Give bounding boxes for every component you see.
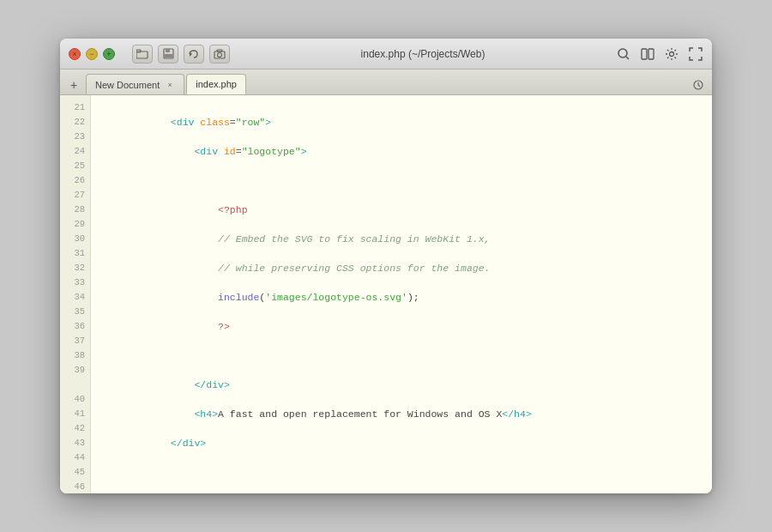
tab-bar: + New Document × index.php xyxy=(60,70,712,95)
window-title: index.php (~/Projects/Web) xyxy=(230,48,616,60)
tab-close-new-document[interactable]: × xyxy=(165,80,175,90)
tab-new-document[interactable]: New Document × xyxy=(86,74,184,94)
window-controls: × − + xyxy=(69,48,115,60)
tab-label: New Document xyxy=(95,80,160,90)
svg-rect-12 xyxy=(648,49,654,59)
minimize-button[interactable]: − xyxy=(86,48,98,60)
main-window: × − + index.php (~/Projects/Web) xyxy=(60,39,712,493)
code-lines[interactable]: <div class="row"> <div id="logotype"> <?… xyxy=(91,95,712,493)
split-icon[interactable] xyxy=(640,46,655,62)
code-editor[interactable]: 21 22 23 24 25 26 27 28 29 30 31 32 33 3… xyxy=(60,95,712,493)
tab-label: index.php xyxy=(196,79,237,89)
camera-icon[interactable] xyxy=(209,45,230,63)
tab-history-button[interactable] xyxy=(690,76,707,94)
close-button[interactable]: × xyxy=(69,48,81,60)
title-actions xyxy=(616,46,703,62)
toolbar xyxy=(132,45,230,63)
svg-line-10 xyxy=(626,57,629,59)
undo-icon[interactable] xyxy=(184,45,204,63)
maximize-button[interactable]: + xyxy=(103,48,115,60)
open-folder-icon[interactable] xyxy=(132,45,153,63)
settings-icon[interactable] xyxy=(664,46,679,62)
svg-point-7 xyxy=(218,52,222,57)
title-bar: × − + index.php (~/Projects/Web) xyxy=(60,39,712,70)
svg-point-13 xyxy=(670,51,674,56)
svg-marker-5 xyxy=(190,51,192,57)
svg-rect-4 xyxy=(165,54,172,57)
svg-point-9 xyxy=(618,49,627,57)
save-icon[interactable] xyxy=(158,45,178,63)
add-tab-button[interactable]: + xyxy=(65,76,82,94)
tab-index-php[interactable]: index.php xyxy=(186,74,246,94)
svg-rect-8 xyxy=(217,50,222,51)
search-icon[interactable] xyxy=(616,46,631,62)
line-numbers: 21 22 23 24 25 26 27 28 29 30 31 32 33 3… xyxy=(60,95,91,493)
svg-rect-3 xyxy=(166,49,170,52)
svg-rect-11 xyxy=(642,49,647,59)
fullscreen-icon[interactable] xyxy=(688,46,703,62)
